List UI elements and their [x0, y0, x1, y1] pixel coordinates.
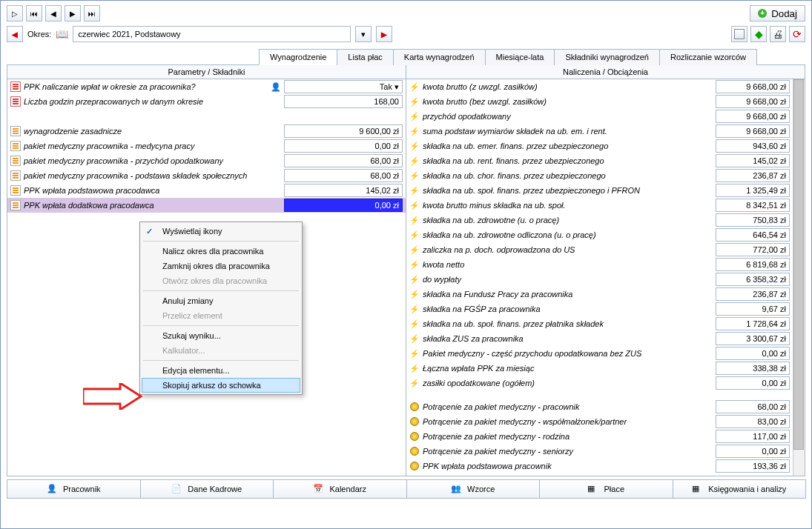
calculation-row[interactable]: ⚡zasiłki opodatkowane (ogółem)0,00 zł [406, 376, 793, 390]
calculation-row[interactable]: ⚡składka na ub. chor. finans. przez ubez… [406, 168, 793, 183]
tab-wynagrodzenie[interactable]: Wynagrodzenie [259, 49, 337, 65]
row-label: PPK naliczanie wpłat w okresie za pracow… [24, 82, 268, 91]
row-label: składka na ub. rent. finans. przez ubezp… [423, 156, 713, 165]
value-field[interactable]: 168,00 [284, 95, 403, 108]
value-field[interactable]: 68,00 zł [284, 169, 403, 182]
period-prev-button[interactable]: ◀ [7, 26, 23, 42]
menu-item[interactable]: Edycja elementu... [142, 363, 300, 378]
nav-next-button[interactable]: ▶ [65, 5, 81, 21]
bottom-tab-pracownik[interactable]: 👤Pracownik [7, 479, 141, 499]
print-button[interactable]: 🖨 [770, 26, 786, 42]
value-field[interactable]: 9 600,00 zł [284, 124, 403, 138]
bolt-icon: ⚡ [409, 319, 420, 329]
value-field[interactable]: Tak ▾ [284, 80, 403, 93]
bottom-tab-dane-kadrowe[interactable]: 📄Dane Kadrowe [140, 479, 274, 499]
menu-item[interactable]: ✓Wyświetlaj ikony [142, 224, 300, 239]
calculation-row[interactable]: Potrącenie za pakiet medyczny - seniorzy… [406, 444, 793, 459]
bolt-icon: ⚡ [409, 230, 420, 240]
nav-first-button[interactable]: ⏮ [26, 5, 42, 21]
calculation-row[interactable]: ⚡Pakiet medyczny - część przychodu opoda… [406, 346, 793, 361]
bolt-icon: ⚡ [409, 289, 420, 299]
parameter-row[interactable]: pakiet medyczny pracownika - medycyna pr… [7, 139, 406, 153]
value-field[interactable]: 68,00 zł [284, 154, 403, 167]
row-label: kwota brutto (bez uwzgl. zasiłków) [423, 97, 713, 106]
menu-item[interactable]: Skopiuj arkusz do schowka [142, 378, 300, 393]
tab-sk-adniki-wynagrodze-[interactable]: Składniki wynagrodzeń [554, 49, 660, 65]
value-field[interactable]: 0,00 zł [284, 139, 403, 153]
calculator-button[interactable] [731, 26, 747, 42]
calculation-row[interactable]: ⚡składka na FGŚP za pracownika9,67 zł [406, 302, 793, 316]
calculation-row[interactable]: ⚡składka na ub. rent. finans. przez ubez… [406, 153, 793, 168]
scrollbar-thumb[interactable] [793, 79, 804, 450]
calculation-row[interactable]: ⚡zaliczka na p. doch. odprowadzona do US… [406, 242, 793, 257]
tab-label: Wzorce [467, 485, 495, 493]
help-button[interactable]: ◆ [750, 26, 767, 42]
nav-prev-button[interactable]: ◀ [45, 5, 62, 21]
calculation-row[interactable]: ⚡do wypłaty6 358,32 zł [406, 272, 793, 287]
calculation-row[interactable]: PPK wpłata podstawowa pracownik193,36 zł [406, 459, 793, 473]
bolt-icon: ⚡ [409, 378, 420, 388]
row-label: składka na ub. zdrowotne odliczona (u. o… [423, 230, 713, 239]
coin-icon [409, 431, 420, 442]
calculation-row[interactable]: ⚡przychód opodatkowany9 668,00 zł [406, 109, 793, 124]
row-label: kwota brutto minus składka na ub. społ. [423, 201, 713, 210]
bolt-icon: ⚡ [409, 200, 420, 210]
calculation-row[interactable]: Potrącenie za pakiet medyczny - współmał… [406, 414, 793, 429]
right-tool-buttons: ◆ 🖨 ⟳ [731, 26, 805, 42]
calculation-row[interactable]: ⚡składka na Fundusz Pracy za pracownika2… [406, 287, 793, 302]
bottom-tab-p-ace[interactable]: ▦Płace [539, 479, 673, 499]
bolt-icon: ⚡ [409, 111, 420, 122]
refresh-button[interactable]: ⟳ [789, 26, 805, 42]
tab-karta-wynagrodze-[interactable]: Karta wynagrodzeń [393, 49, 486, 65]
menu-item-label: Wyświetlaj ikony [162, 227, 222, 236]
calculation-row[interactable]: ⚡kwota netto6 819,68 zł [406, 257, 793, 272]
calculation-row[interactable]: Potrącenie za pakiet medyczny - rodzina1… [406, 429, 793, 444]
value-field: 750,83 zł [716, 213, 790, 227]
calculation-row[interactable]: ⚡suma podstaw wymiarów składek na ub. em… [406, 124, 793, 139]
tab-lista-p-ac[interactable]: Lista płac [337, 49, 393, 65]
bottom-tab-ksi-gowania-i-analizy[interactable]: ▦Księgowania i analizy [673, 479, 807, 499]
coin-icon [409, 446, 420, 456]
row-label: PPK wpłata dodatkowa pracodawca [24, 201, 281, 210]
nav-last-button[interactable]: ⏭ [84, 5, 100, 21]
parameter-row[interactable]: pakiet medyczny pracownika - podstawa sk… [7, 168, 406, 183]
menu-item[interactable]: Zamknij okres dla pracownika [142, 259, 300, 273]
value-field: 646,54 zł [716, 228, 790, 242]
calculation-row[interactable]: ⚡składka na ub. społ. finans. przez ubez… [406, 183, 793, 198]
value-field[interactable]: 145,02 zł [284, 184, 403, 197]
calculation-row[interactable]: ⚡Łączna wpłata PPK za miesiąc338,38 zł [406, 361, 793, 376]
calculation-row[interactable]: ⚡składka na ub. społ. finans. przez płat… [406, 316, 793, 331]
user-icon: 👤 [271, 82, 281, 92]
calculation-row[interactable]: ⚡składka na ub. zdrowotne odliczona (u. … [406, 227, 793, 242]
calculation-row[interactable]: ⚡kwota brutto (z uwzgl. zasiłków)9 668,0… [406, 79, 793, 94]
scrollbar[interactable] [793, 79, 805, 476]
value-field: 943,60 zł [716, 139, 790, 153]
bolt-icon: ⚡ [409, 363, 420, 373]
tab-miesi-ce-lata[interactable]: Miesiące-lata [485, 49, 555, 65]
menu-item-label: Kalkulator... [162, 346, 205, 355]
nav-play-button[interactable]: ▷ [7, 5, 23, 21]
parameter-row[interactable]: PPK wpłata podstawowa pracodawca145,02 z… [7, 183, 406, 198]
period-next-button[interactable]: ▶ [376, 26, 392, 42]
calculation-row[interactable]: ⚡składka na ub. zdrowotne (u. o pracę)75… [406, 213, 793, 227]
calculation-row[interactable]: ⚡kwota brutto minus składka na ub. społ.… [406, 198, 793, 213]
parameter-row[interactable]: Liczba godzin przepracowanych w danym ok… [7, 94, 406, 109]
period-dropdown-button[interactable]: ▾ [355, 26, 372, 42]
bottom-tab-wzorce[interactable]: 👥Wzorce [406, 479, 541, 499]
menu-item[interactable]: Anuluj zmiany [142, 293, 300, 308]
calculation-row[interactable]: ⚡składka na ub. emer. finans. przez ubez… [406, 139, 793, 153]
calculation-row[interactable]: ⚡kwota brutto (bez uwzgl. zasiłków)9 668… [406, 94, 793, 109]
value-field[interactable]: 0,00 zł [284, 199, 403, 212]
bottom-tab-kalendarz[interactable]: 📅Kalendarz [273, 479, 407, 499]
parameter-row[interactable]: PPK wpłata dodatkowa pracodawca0,00 zł [7, 198, 406, 213]
menu-item[interactable]: Szukaj wyniku... [142, 328, 300, 343]
parameter-row[interactable]: PPK naliczanie wpłat w okresie za pracow… [7, 79, 406, 94]
parameter-row[interactable]: pakiet medyczny pracownika - przychód op… [7, 153, 406, 168]
period-input[interactable]: czerwiec 2021, Podstawowy [73, 26, 351, 42]
add-button[interactable]: + Dodaj [750, 5, 805, 21]
menu-item[interactable]: Nalicz okres dla pracownika [142, 244, 300, 259]
tab-rozliczanie-wzorc-w[interactable]: Rozliczanie wzorców [659, 49, 757, 65]
parameter-row[interactable]: wynagrodzenie zasadnicze9 600,00 zł [7, 124, 406, 139]
calculation-row[interactable]: ⚡składka ZUS za pracownika3 300,67 zł [406, 331, 793, 346]
calculation-row[interactable]: Potrącenie za pakiet medyczny - pracowni… [406, 399, 793, 414]
